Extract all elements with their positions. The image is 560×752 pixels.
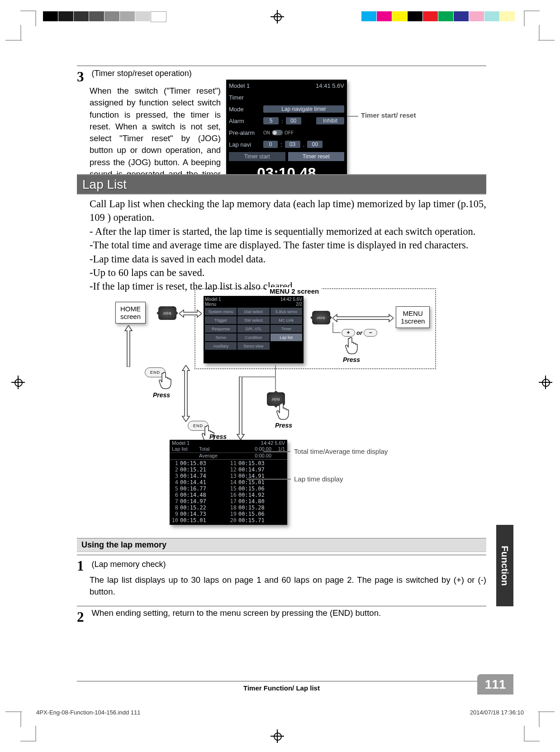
lcd-alarm-label: Alarm xyxy=(229,118,261,124)
step-number: 3 xyxy=(77,69,90,85)
crop-mark xyxy=(20,711,21,727)
crosshair-icon xyxy=(11,376,25,389)
color-bar xyxy=(361,11,515,21)
lap-entry: 1900:15.06 xyxy=(229,511,286,517)
lcd-lapnavi-c: 00 xyxy=(307,141,323,148)
lcd-alarm-min: 5 xyxy=(263,117,279,124)
callout-line xyxy=(247,479,291,480)
callout-line xyxy=(347,116,358,117)
crop-mark xyxy=(524,10,525,26)
lap-entry: 1400:15.01 xyxy=(229,479,286,485)
step-title: (Lap memory check) xyxy=(91,560,166,569)
lcd-alarm-sep: : xyxy=(281,118,283,124)
crop-mark xyxy=(35,10,36,26)
lap-entry: 2000:15.71 xyxy=(229,517,286,524)
double-arrow-icon xyxy=(332,313,394,323)
timer-lcd-screenshot: Model 1 14:41 5.6V Timer Mode Lap naviga… xyxy=(226,80,347,185)
lcd-mode-label: Mode xyxy=(229,106,261,113)
step1-body: The lap list displays up to 30 laps on p… xyxy=(90,574,486,598)
callout-lap-time: Lap time display xyxy=(294,475,343,483)
lap-entry: 1600:14.92 xyxy=(229,492,286,498)
lcd-timer-label: Timer xyxy=(229,94,244,101)
page-content: 3 (Timer stop/reset operation) When the … xyxy=(77,66,486,633)
lap-entry: 1000:15.01 xyxy=(171,517,228,524)
hand-press-icon xyxy=(344,336,360,355)
svg-marker-2 xyxy=(125,325,132,367)
lap-entry: 1800:15.28 xyxy=(229,505,286,511)
lap-entry: 1300:14.91 xyxy=(229,473,286,479)
intro-p2: - After the lap timer is started, the la… xyxy=(90,225,486,238)
crosshair-icon xyxy=(539,376,552,389)
menu1-screen-node: MENU 1screen xyxy=(396,306,430,328)
minus-button-icon: − xyxy=(364,329,377,337)
lap-entry: 900:14.73 xyxy=(171,511,228,517)
footer-title: Timer Function/ Lap list xyxy=(77,681,486,692)
lap-list-intro: Call Lap list when checking the lap memo… xyxy=(90,197,486,294)
svg-marker-3 xyxy=(182,365,190,422)
lcd-timer-start-button: Timer start xyxy=(229,152,285,161)
lcd-prealarm-label: Pre-alarm xyxy=(229,129,261,136)
double-arrow-vertical-icon xyxy=(181,365,191,422)
press-label: Press xyxy=(275,422,292,429)
press-label: Press xyxy=(209,433,227,440)
lcd-prealarm-toggle: ON OFF xyxy=(263,130,294,135)
lcd-model: Model 1 xyxy=(229,82,250,89)
lap-list-lcd-screenshot: Model 1 14:42 5.6V Lap list Total 0:00.0… xyxy=(170,440,287,525)
home-screen-node: HOME screen xyxy=(115,302,146,324)
down-arrow-icon xyxy=(236,376,245,440)
crop-mark xyxy=(5,40,22,41)
crosshair-icon xyxy=(271,10,284,24)
lap-entry: 1700:14.80 xyxy=(229,498,286,505)
menu2-lcd-screenshot: Model 1 14:42 5.6V Menu 2/2 System menu … xyxy=(204,296,304,363)
lcd-mode-value: Lap navigate timer xyxy=(263,105,344,113)
crop-mark xyxy=(538,711,555,712)
lcd-status: 14:41 5.6V xyxy=(316,82,344,89)
crop-mark xyxy=(538,40,555,41)
up-arrow-icon xyxy=(124,325,133,367)
crop-mark xyxy=(35,726,36,742)
lcd-lapnavi-label: Lap navi xyxy=(229,141,261,148)
intro-p5: -Up to 60 laps can be saved. xyxy=(90,266,486,280)
navigation-diagram: MENU 2 screen HOME screen MENU 1screen M… xyxy=(77,288,486,528)
intro-p4: -Lap time data is saved in each model da… xyxy=(90,252,486,266)
crop-mark xyxy=(539,711,540,727)
crop-mark xyxy=(20,25,21,41)
step-number: 1 xyxy=(77,558,90,574)
connector-line xyxy=(332,332,341,333)
imprint-left: 4PX-Eng-08-Function-104-156.indd 111 xyxy=(36,709,141,716)
or-label: or xyxy=(356,329,362,336)
lap-entry: 1100:15.03 xyxy=(229,460,286,466)
connector-line xyxy=(241,376,276,377)
crop-mark xyxy=(524,741,540,742)
subsection-using-lap-memory: Using the lap memory xyxy=(77,538,486,552)
crop-mark xyxy=(5,711,22,712)
crop-mark xyxy=(20,741,36,742)
crop-mark xyxy=(20,10,36,11)
step-number: 2 xyxy=(77,609,90,625)
crop-mark xyxy=(539,25,540,41)
svg-marker-0 xyxy=(179,310,202,317)
intro-p1: Call Lap list when checking the lap memo… xyxy=(90,197,486,225)
callout-line xyxy=(263,451,290,452)
side-tab-function: Function xyxy=(496,525,513,606)
grayscale-ramp xyxy=(43,11,166,22)
svg-marker-4 xyxy=(237,376,244,440)
lap-entry: 100:15.03 xyxy=(171,460,228,466)
connector-line xyxy=(275,365,276,390)
callout-timer-reset: Timer start/ reset xyxy=(361,111,416,119)
step-1-block: 1 (Lap memory check) The lap list displa… xyxy=(77,555,486,598)
intro-p3: -The total time and average time are dis… xyxy=(90,238,486,252)
press-label: Press xyxy=(153,391,170,399)
hand-press-icon xyxy=(275,401,291,420)
jog-icon xyxy=(158,306,176,320)
menu2-screen-label: MENU 2 screen xyxy=(267,287,322,295)
step-2-block: 2 When ending setting, return to the men… xyxy=(77,606,486,625)
lcd-timer-reset-button: Timer reset xyxy=(288,152,345,161)
lap-entry: 1500:15.06 xyxy=(229,485,286,492)
crop-mark xyxy=(524,10,540,11)
print-registration-marks xyxy=(0,11,560,25)
section-header-lap-list: Lap List xyxy=(77,174,486,195)
hand-press-icon xyxy=(157,371,174,390)
lap-entry: 800:15.22 xyxy=(171,505,228,511)
imprint-right: 2014/07/18 17:36:10 xyxy=(470,709,524,716)
